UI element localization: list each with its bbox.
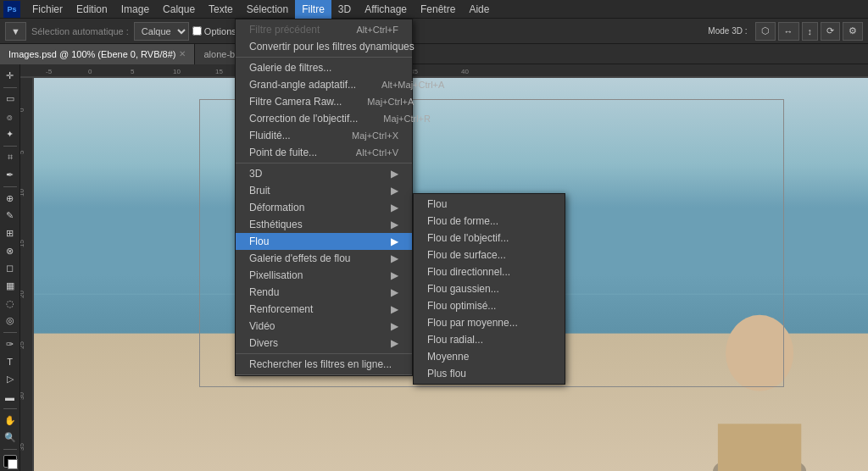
- tool-gradient[interactable]: ▦: [2, 278, 19, 294]
- left-toolbar: ✛ ▭ ⌾ ✦ ⌗ ✒ ⊕ ✎ ⊞ ⊗ ◻ ▦ ◌ ◎ ✑ T ▷ ▬ ✋ 🔍: [0, 64, 20, 471]
- item-bruit[interactable]: Bruit ▶: [236, 182, 412, 199]
- svg-point-27: [726, 315, 793, 391]
- item-flou[interactable]: Flou ▶: [236, 233, 412, 250]
- tool-pen[interactable]: ✑: [2, 336, 19, 352]
- svg-text:5: 5: [20, 150, 25, 154]
- filtre-section-2: 3D ▶ Bruit ▶ Déformation ▶ Esthétiques ▶…: [236, 163, 412, 354]
- svg-text:10: 10: [173, 68, 181, 75]
- toolbar-icon-3[interactable]: ↕: [802, 22, 819, 41]
- flou-item-forme[interactable]: Flou de forme...: [414, 213, 565, 230]
- fluidite[interactable]: Fluidité... Maj+Ctrl+X: [236, 127, 412, 144]
- svg-rect-28: [718, 424, 801, 471]
- tool-move[interactable]: ✛: [2, 68, 19, 84]
- galerie-filtres[interactable]: Galerie de filtres...: [236, 59, 412, 76]
- menu-bar: Ps Fichier Edition Image Calque Texte Sé…: [0, 0, 868, 19]
- toolbar-icon-2[interactable]: ↔: [778, 22, 799, 41]
- item-pixellisation[interactable]: Pixellisation ▶: [236, 267, 412, 284]
- options-checkbox[interactable]: [192, 26, 202, 36]
- tool-foreground[interactable]: [3, 455, 17, 468]
- tool-divider-3: [3, 186, 17, 187]
- filtre-section-top: Filtre précédent Alt+Ctrl+F Convertir po…: [236, 19, 412, 58]
- menu-texte[interactable]: Texte: [202, 0, 240, 19]
- item-rendu[interactable]: Rendu ▶: [236, 284, 412, 301]
- tool-arrow-btn[interactable]: ▼: [5, 22, 26, 41]
- tool-brush[interactable]: ✎: [2, 208, 19, 224]
- point-fuite[interactable]: Point de fuite... Alt+Ctrl+V: [236, 144, 412, 161]
- correction-objectif[interactable]: Correction de l'objectif... Maj+Ctrl+R: [236, 110, 412, 127]
- menu-fichier[interactable]: Fichier: [25, 0, 70, 19]
- tool-divider-4: [3, 332, 17, 333]
- tool-type[interactable]: T: [2, 354, 19, 370]
- svg-text:10: 10: [20, 189, 25, 197]
- tool-quick-select[interactable]: ✦: [2, 126, 19, 142]
- tool-marquee[interactable]: ▭: [2, 91, 19, 108]
- item-renforcement[interactable]: Renforcement ▶: [236, 301, 412, 318]
- convertir-filtres[interactable]: Convertir pour les filtres dynamiques: [236, 38, 412, 55]
- flou-item-objectif[interactable]: Flou de l'objectif...: [414, 230, 565, 247]
- flou-item-moyenne-par[interactable]: Flou par moyenne...: [414, 314, 565, 331]
- ruler-top: -5 0 5 10 15 20 25 30 35 40: [20, 64, 868, 78]
- item-deformation[interactable]: Déformation ▶: [236, 199, 412, 216]
- menu-aide[interactable]: Aide: [462, 0, 496, 19]
- toolbar-icon-5[interactable]: ⚙: [843, 22, 863, 41]
- menu-affichage[interactable]: Affichage: [358, 0, 414, 19]
- flou-item-optimise[interactable]: Flou optimisé...: [414, 297, 565, 314]
- menu-calque[interactable]: Calque: [156, 0, 202, 19]
- tool-path[interactable]: ▷: [2, 372, 19, 388]
- flou-item-surface[interactable]: Flou de surface...: [414, 247, 565, 263]
- toolbar-icon-1[interactable]: ⬡: [755, 22, 776, 41]
- camera-raw[interactable]: Filtre Camera Raw... Maj+Ctrl+A: [236, 93, 412, 110]
- tool-crop[interactable]: ⌗: [2, 150, 19, 166]
- tool-blur[interactable]: ◌: [2, 296, 19, 312]
- svg-text:25: 25: [20, 341, 25, 349]
- tab-bar: Images.psd @ 100% (Ebene 0, RVB/8#) ✕ al…: [0, 44, 868, 64]
- filtre-section-3: Rechercher les filtres en ligne...: [236, 354, 412, 375]
- tab-images[interactable]: Images.psd @ 100% (Ebene 0, RVB/8#) ✕: [0, 44, 195, 64]
- menu-image[interactable]: Image: [114, 0, 156, 19]
- item-galerie-effets[interactable]: Galerie d'effets de flou ▶: [236, 250, 412, 267]
- grand-angle[interactable]: Grand-angle adaptatif... Alt+Maj+Ctrl+A: [236, 76, 412, 93]
- flou-item-directionnel[interactable]: Flou directionnel...: [414, 263, 565, 280]
- item-divers[interactable]: Divers ▶: [236, 335, 412, 352]
- item-esthetiques[interactable]: Esthétiques ▶: [236, 216, 412, 233]
- tool-divider-5: [3, 408, 17, 409]
- tool-dodge[interactable]: ◎: [2, 313, 19, 330]
- item-3d[interactable]: 3D ▶: [236, 165, 412, 182]
- flou-item-radial[interactable]: Flou radial...: [414, 331, 565, 348]
- tool-divider-2: [3, 146, 17, 147]
- item-video[interactable]: Vidéo ▶: [236, 318, 412, 335]
- flou-item-flou[interactable]: Flou: [414, 196, 565, 213]
- tool-history[interactable]: ⊗: [2, 243, 19, 259]
- calque-select[interactable]: Calque: [134, 22, 189, 41]
- menu-filtre[interactable]: Filtre: [295, 0, 331, 19]
- filtre-precedent[interactable]: Filtre précédent Alt+Ctrl+F: [236, 21, 412, 38]
- svg-text:40: 40: [461, 68, 469, 75]
- svg-text:15: 15: [20, 240, 25, 247]
- filtre-dropdown[interactable]: Filtre précédent Alt+Ctrl+F Convertir po…: [235, 19, 413, 376]
- tool-zoom[interactable]: 🔍: [2, 429, 19, 446]
- tool-clone[interactable]: ⊞: [2, 225, 19, 241]
- tool-shape[interactable]: ▬: [2, 389, 19, 405]
- mode3d-label: Mode 3D :: [703, 22, 752, 41]
- tool-hand[interactable]: ✋: [2, 413, 19, 429]
- toolbar-icon-4[interactable]: ⟳: [821, 22, 840, 41]
- tool-lasso[interactable]: ⌾: [2, 108, 19, 125]
- menu-fenetre[interactable]: Fenêtre: [414, 0, 462, 19]
- rechercher-filtres[interactable]: Rechercher les filtres en ligne...: [236, 356, 412, 373]
- ruler-left: 0 5 10 15 20 25 30 35: [20, 78, 34, 471]
- tool-divider-6: [3, 449, 17, 450]
- svg-text:15: 15: [215, 68, 223, 75]
- tool-healing[interactable]: ⊕: [2, 191, 19, 207]
- menu-edition[interactable]: Edition: [70, 0, 114, 19]
- menu-3d[interactable]: 3D: [331, 0, 358, 19]
- app-logo: Ps: [3, 1, 20, 18]
- selection-auto-label: Sélection automatique :: [31, 26, 129, 36]
- tool-eyedropper[interactable]: ✒: [2, 167, 19, 183]
- menu-selection[interactable]: Sélection: [240, 0, 295, 19]
- tab-images-close[interactable]: ✕: [179, 49, 186, 58]
- flou-item-plus[interactable]: Plus flou: [414, 365, 565, 382]
- flou-item-gaussien[interactable]: Flou gaussien...: [414, 280, 565, 297]
- flou-submenu[interactable]: Flou Flou de forme... Flou de l'objectif…: [413, 193, 565, 385]
- flou-item-moyenne[interactable]: Moyenne: [414, 348, 565, 365]
- tool-eraser[interactable]: ◻: [2, 261, 19, 277]
